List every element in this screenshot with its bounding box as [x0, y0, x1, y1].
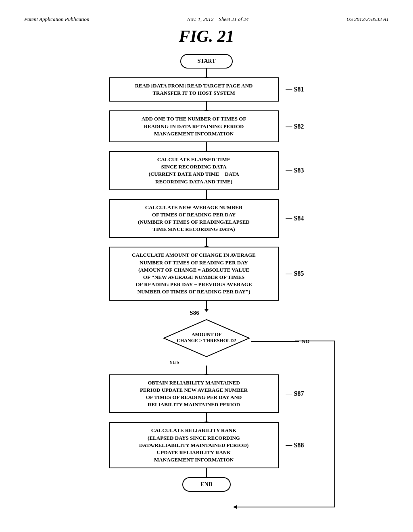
arrow-9 [206, 468, 207, 477]
arrow-2 [206, 102, 207, 110]
no-branch: NO [251, 338, 310, 345]
s85-process: CALCULATE AMOUNT OF CHANGE IN AVERAGE NU… [109, 247, 279, 300]
arrow-5 [206, 238, 207, 247]
arrow-7 [206, 366, 207, 374]
s85-label: — S85 [286, 270, 304, 277]
s83-process: CALCULATE ELAPSED TIME SINCE RECORDING D… [109, 151, 279, 190]
arrow-4 [206, 190, 207, 199]
page: Patent Application Publication Nov. 1, 2… [0, 0, 413, 532]
header-middle: Nov. 1, 2012 Sheet 21 of 24 [187, 16, 249, 23]
s81-row: READ [DATA FROM] READ TARGET PAGE AND TR… [24, 77, 389, 102]
fig-title: FIG. 21 [24, 27, 389, 46]
yes-label: YES [169, 359, 179, 366]
arrow-8 [206, 413, 207, 422]
s88-label: — S88 [286, 442, 304, 449]
arrow-3 [206, 142, 207, 151]
s82-label: — S82 [286, 123, 304, 130]
s84-process: CALCULATE NEW AVERAGE NUMBER OF TIMES OF… [109, 199, 279, 238]
s88-process: CALCULATE RELIABILITY RANK (ELAPSED DAYS… [109, 422, 279, 468]
arrow-6 [206, 301, 207, 310]
start-terminal: START [180, 54, 232, 69]
s84-label: — S84 [286, 215, 304, 222]
s86-step-label: S86 [190, 310, 199, 316]
diamond-shape: AMOUNT OF CHANGE > THRESHOLD? [162, 318, 251, 358]
end-row: END [24, 477, 389, 492]
no-line-h [251, 341, 299, 342]
s88-row: CALCULATE RELIABILITY RANK (ELAPSED DAYS… [24, 422, 389, 468]
s83-label: ― S83 [286, 167, 304, 174]
s87-row: OBTAIN RELIABILITY MAINTAINED PERIOD UPD… [24, 374, 389, 414]
s84-row: CALCULATE NEW AVERAGE NUMBER OF TIMES OF… [24, 199, 389, 238]
s87-process: OBTAIN RELIABILITY MAINTAINED PERIOD UPD… [109, 374, 279, 414]
s82-process: ADD ONE TO THE NUMBER OF TIMES OF READIN… [109, 110, 279, 142]
header-left: Patent Application Publication [24, 16, 90, 23]
flowchart: START READ [DATA FROM] READ TARGET PAGE … [24, 54, 389, 492]
no-label: NO [302, 338, 310, 345]
s85-row: CALCULATE AMOUNT OF CHANGE IN AVERAGE NU… [24, 247, 389, 300]
arrow-1 [206, 69, 207, 77]
start-row: START [24, 54, 389, 69]
s86-decision-row: AMOUNT OF CHANGE > THRESHOLD? NO [106, 318, 307, 358]
diamond-text: AMOUNT OF CHANGE > THRESHOLD? [176, 332, 237, 344]
end-terminal: END [182, 477, 231, 492]
s86-section: S86 AMOUNT OF CHANGE > THRESHOLD? NO [24, 310, 389, 366]
s83-row: CALCULATE ELAPSED TIME SINCE RECORDING D… [24, 151, 389, 190]
s81-label: — S81 [286, 86, 304, 93]
s81-process: READ [DATA FROM] READ TARGET PAGE AND TR… [109, 77, 279, 102]
header: Patent Application Publication Nov. 1, 2… [24, 16, 389, 23]
header-right: US 2012/278533 A1 [346, 16, 389, 23]
s82-row: ADD ONE TO THE NUMBER OF TIMES OF READIN… [24, 110, 389, 142]
s87-label: — S87 [286, 390, 304, 397]
